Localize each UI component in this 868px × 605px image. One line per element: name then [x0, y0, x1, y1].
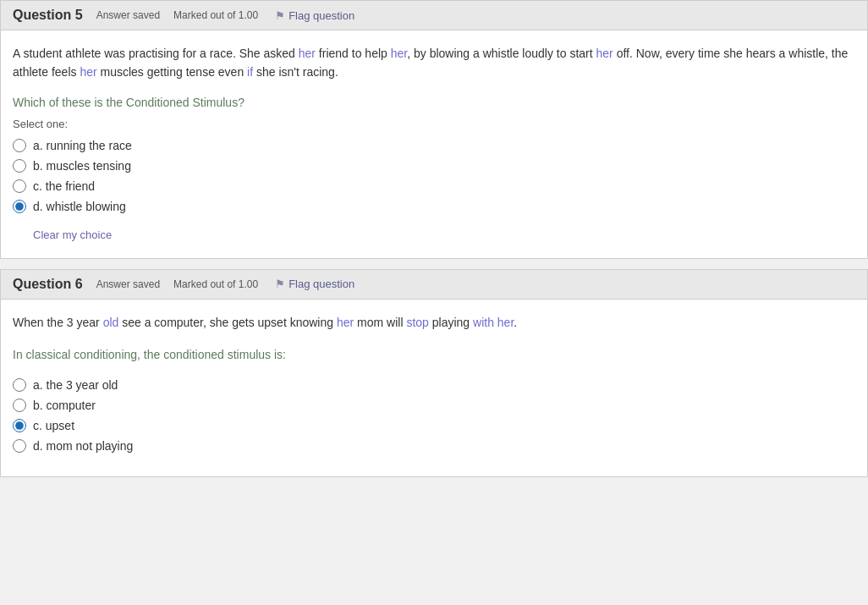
radio-5b[interactable]: [13, 159, 26, 173]
label-6a[interactable]: a. the 3 year old: [33, 378, 118, 392]
option-5d[interactable]: d. whistle blowing: [13, 200, 855, 213]
radio-5c[interactable]: [13, 179, 26, 193]
question-5-number: Question 5: [13, 8, 83, 23]
question-5-options: a. running the race b. muscles tensing c…: [13, 139, 855, 213]
question-5-block: Question 5 Answer saved Marked out of 1.…: [0, 0, 868, 259]
question-6-body: When the 3 year old see a computer, she …: [1, 300, 867, 476]
radio-5d[interactable]: [13, 200, 26, 213]
question-6-text-2: In classical conditioning, the condition…: [13, 345, 855, 364]
flag-question-6-button[interactable]: ⚑ Flag question: [275, 278, 354, 290]
radio-5a[interactable]: [13, 139, 26, 152]
label-5b[interactable]: b. muscles tensing: [33, 159, 131, 173]
flag-icon-6: ⚑: [275, 278, 285, 290]
question-5-marked: Marked out of 1.00: [173, 9, 258, 21]
question-5-header: Question 5 Answer saved Marked out of 1.…: [1, 1, 867, 30]
question-6-options: a. the 3 year old b. computer c. upset d…: [13, 378, 855, 453]
question-5-body: A student athlete was practising for a r…: [1, 30, 867, 258]
question-5-select-one: Select one:: [13, 118, 855, 130]
option-6b[interactable]: b. computer: [13, 399, 855, 412]
label-6b[interactable]: b. computer: [33, 399, 96, 412]
question-6-text-1: When the 3 year old see a computer, she …: [13, 313, 855, 332]
label-5c[interactable]: c. the friend: [33, 179, 95, 193]
question-6-status: Answer saved: [96, 278, 160, 290]
option-5b[interactable]: b. muscles tensing: [13, 159, 855, 173]
question-6-header: Question 6 Answer saved Marked out of 1.…: [1, 270, 867, 300]
question-6-number: Question 6: [13, 277, 83, 292]
label-5a[interactable]: a. running the race: [33, 139, 132, 152]
radio-6a[interactable]: [13, 378, 26, 392]
flag-icon-5: ⚑: [275, 9, 285, 22]
radio-6d[interactable]: [13, 439, 26, 453]
question-6-block: Question 6 Answer saved Marked out of 1.…: [0, 269, 868, 477]
flag-question-6-label: Flag question: [288, 278, 354, 290]
clear-choice-5-button[interactable]: Clear my choice: [33, 228, 112, 241]
radio-6c[interactable]: [13, 419, 26, 432]
option-5a[interactable]: a. running the race: [13, 139, 855, 152]
question-6-marked: Marked out of 1.00: [173, 278, 258, 290]
option-6c[interactable]: c. upset: [13, 419, 855, 432]
question-5-prompt: Which of these is the Conditioned Stimul…: [13, 96, 855, 109]
label-6c[interactable]: c. upset: [33, 419, 74, 432]
label-5d[interactable]: d. whistle blowing: [33, 200, 126, 213]
flag-question-5-button[interactable]: ⚑ Flag question: [275, 9, 354, 22]
flag-question-5-label: Flag question: [288, 9, 354, 22]
option-5c[interactable]: c. the friend: [13, 179, 855, 193]
option-6d[interactable]: d. mom not playing: [13, 439, 855, 453]
option-6a[interactable]: a. the 3 year old: [13, 378, 855, 392]
label-6d[interactable]: d. mom not playing: [33, 439, 133, 453]
radio-6b[interactable]: [13, 399, 26, 412]
question-5-status: Answer saved: [96, 9, 160, 21]
question-5-text: A student athlete was practising for a r…: [13, 44, 855, 82]
